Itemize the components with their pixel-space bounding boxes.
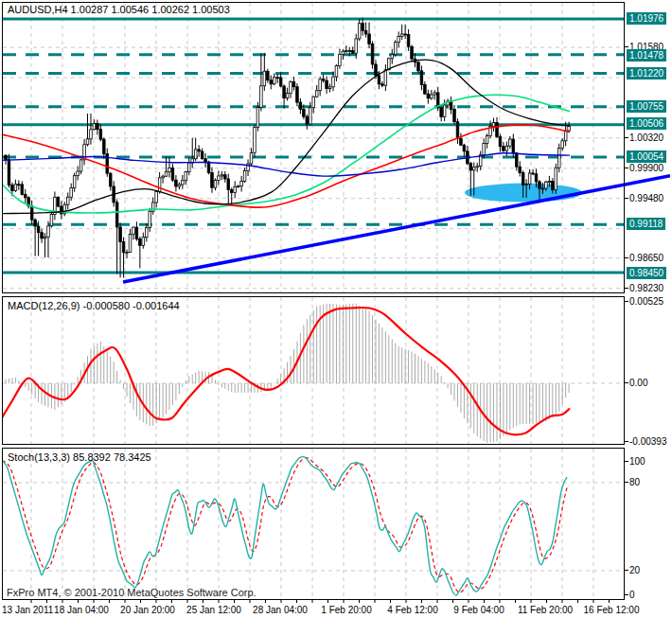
copyright-text: FxPro MT4, © 2001-2010 MetaQuotes Softwa… <box>7 587 256 598</box>
stoch-indicator-label: Stoch(13,3,3) 85.8392 78.3425 <box>8 451 151 463</box>
vertical-gridlines <box>31 449 593 599</box>
stochastic-panel[interactable] <box>2 448 625 600</box>
price-axis-label: 0.99900 <box>629 162 663 174</box>
macd-signal-line <box>2 308 570 434</box>
stoch-axis-label: 80 <box>629 476 640 488</box>
time-axis-label: 25 Jan 12:00 <box>186 605 241 615</box>
price-level-badge: 1.00755 <box>627 100 666 113</box>
chart-title-ohlc: AUDUSD,H4 1.00287 1.00546 1.00262 1.0050… <box>8 4 230 15</box>
vertical-gridlines <box>31 297 593 444</box>
price-level-badge: 0.99118 <box>627 218 665 230</box>
macd-indicator-label: MACD(12,26,9) -0.000580 -0.001644 <box>8 300 180 311</box>
stoch-axis-label: 0 <box>629 589 635 601</box>
macd-axis-label: 0.00 <box>629 377 647 389</box>
price-level-badge: 1.00506 <box>627 117 666 130</box>
price-level-badge: 1.01478 <box>627 49 666 62</box>
time-axis-label: 11 Feb 20:00 <box>518 605 573 615</box>
macd-panel[interactable] <box>2 296 625 445</box>
time-axis-label: 13 Jan 2011 <box>2 605 53 615</box>
stoch-axis-label: 20 <box>629 564 640 576</box>
time-axis-label: 20 Jan 20:00 <box>120 605 175 615</box>
horizontal-gridlines <box>3 47 624 289</box>
price-chart-panel[interactable] <box>2 2 670 293</box>
time-axis-label: 28 Jan 04:00 <box>253 605 308 615</box>
mt4-chart-window: AUDUSD,H4 1.00287 1.00546 1.00262 1.0050… <box>0 0 672 618</box>
price-axis-label: 0.99480 <box>629 192 663 204</box>
macd-axis-label: -0.00393 <box>629 435 666 448</box>
stoch-k-line <box>2 457 567 596</box>
stoch-axis-label: 100 <box>629 455 645 468</box>
price-level-badge: 1.01220 <box>627 67 666 79</box>
price-level-badge: 0.98450 <box>627 267 666 279</box>
price-level-badge: 1.01976 <box>627 12 666 25</box>
macd-axis-label: 0.00525 <box>629 295 663 308</box>
time-axis-label: 16 Feb 12:00 <box>584 605 640 615</box>
stoch-d-line <box>2 458 567 592</box>
price-axis-label: 1.00320 <box>629 132 663 144</box>
time-axis-label: 1 Feb 20:00 <box>321 605 371 615</box>
candles-layer <box>5 18 571 278</box>
time-axis-label: 9 Feb 04:00 <box>453 605 504 615</box>
price-axis-label: 0.98230 <box>629 282 663 294</box>
time-axis-label: 18 Jan 04:00 <box>54 605 109 615</box>
macd-histogram <box>6 304 569 443</box>
price-axis-label: 0.98650 <box>629 252 663 264</box>
time-axis-label: 4 Feb 12:00 <box>387 605 437 615</box>
